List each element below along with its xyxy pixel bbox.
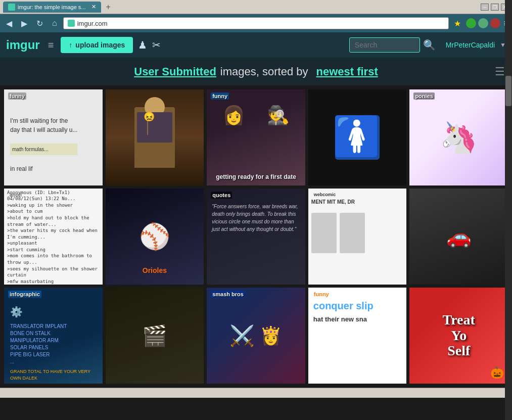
new-tab-button[interactable]: + bbox=[106, 3, 111, 12]
gallery-img-2: 😖 bbox=[106, 89, 204, 185]
user-nav-icon[interactable]: ♟ bbox=[138, 39, 147, 51]
imgur-toolbar: imgur ≡ ↑ upload images ♟ ✂ 🔍 MrPeterCap… bbox=[0, 32, 512, 58]
silhouette-figure: 🚺 bbox=[332, 114, 383, 161]
status-bar bbox=[0, 388, 512, 398]
gallery-img-3: funny getting ready for a first date 👩 🕵… bbox=[207, 89, 305, 185]
gallery-img-10: 🚗 bbox=[409, 189, 508, 285]
gallery-tag-6: anon bbox=[8, 192, 23, 198]
ext-icon-3[interactable] bbox=[490, 18, 500, 28]
gallery-item-5[interactable]: ponies 🦄 bbox=[409, 89, 508, 185]
treat-yo-self-text: TreatYoSelf bbox=[443, 312, 475, 359]
tab-favicon bbox=[8, 4, 15, 11]
figure-2: 😖 bbox=[134, 107, 175, 168]
scrollbar[interactable] bbox=[505, 0, 512, 398]
gallery-item-3[interactable]: funny getting ready for a first date 👩 🕵… bbox=[207, 89, 305, 185]
tab-title: imgur: the simple image s... bbox=[18, 4, 86, 10]
gallery-img-13: smash bros ⚔️ 👸 bbox=[207, 288, 305, 384]
forward-button[interactable]: ▶ bbox=[18, 18, 30, 29]
ext-icon-1[interactable] bbox=[466, 18, 476, 28]
gallery-item-4[interactable]: 🚺 bbox=[308, 89, 407, 185]
gallery-text-11: ⚙️ TRANSLATOR IMPLANTBONE ON STALKMANIPU… bbox=[10, 305, 97, 381]
hero-strip: User Submitted images, sorted by newest … bbox=[0, 58, 512, 85]
hamburger-menu[interactable]: ≡ bbox=[48, 39, 54, 51]
shuffle-icon[interactable]: ✂ bbox=[152, 39, 161, 51]
address-favicon bbox=[68, 20, 75, 27]
upload-button[interactable]: ↑ upload images bbox=[61, 37, 133, 53]
navigation-bar: ◀ ▶ ↻ ⌂ imgur.com ★ ≡ bbox=[0, 14, 512, 32]
reload-button[interactable]: ↻ bbox=[33, 18, 46, 29]
browser-tab[interactable]: imgur: the simple image s... ✕ bbox=[3, 2, 101, 13]
gallery-item-1-overlay: funny I'm still waiting for theday that … bbox=[4, 89, 103, 185]
hero-plain-text: images, sorted by bbox=[220, 65, 308, 78]
search-area: 🔍 bbox=[349, 37, 436, 53]
gallery-tag-14: funny bbox=[312, 291, 331, 298]
gallery-item-11[interactable]: infographic ⚙️ TRANSLATOR IMPLANTBONE ON… bbox=[4, 288, 103, 384]
gallery-img-12: 🎬 bbox=[106, 288, 204, 384]
orioles-text: Orioles bbox=[143, 266, 167, 274]
username[interactable]: MrPeterCapaldi bbox=[446, 41, 495, 49]
gallery-tag-3: funny bbox=[211, 92, 229, 100]
extension-icons bbox=[466, 18, 500, 28]
gallery-item-6[interactable]: anon Anonymous (ID: Lbn+Tx1) 04/08/12(Su… bbox=[4, 189, 103, 285]
gallery-tag-13: smash bros bbox=[211, 291, 245, 298]
minimize-button[interactable]: ─ bbox=[481, 4, 489, 11]
search-input[interactable] bbox=[349, 37, 420, 53]
gallery-item-8[interactable]: quotes "Force answers force, war breeds … bbox=[207, 189, 305, 285]
gallery-item-12[interactable]: 🎬 bbox=[106, 288, 204, 384]
gallery-img-9: webcomic MENT MIT ME, DR bbox=[308, 189, 407, 285]
back-button[interactable]: ◀ bbox=[3, 18, 15, 29]
search-icon[interactable]: 🔍 bbox=[423, 39, 436, 51]
gallery-item-13[interactable]: smash bros ⚔️ 👸 bbox=[207, 288, 305, 384]
image-gallery: funny I'm still waiting for theday that … bbox=[0, 85, 512, 388]
gallery-tag-5: ponies bbox=[413, 92, 434, 100]
address-bar[interactable]: imgur.com bbox=[63, 17, 449, 29]
gallery-item-14[interactable]: funny conquer slip hat their new sna bbox=[308, 288, 407, 384]
gallery-tag-8: quotes bbox=[211, 192, 232, 199]
tab-bar: imgur: the simple image s... ✕ + bbox=[3, 2, 111, 13]
tab-close[interactable]: ✕ bbox=[91, 4, 96, 10]
upload-icon: ↑ bbox=[69, 41, 72, 49]
gallery-text-9: MENT MIT ME, DR bbox=[308, 189, 407, 263]
gallery-item-15[interactable]: TreatYoSelf 🎃 bbox=[409, 288, 508, 384]
upload-label: upload images bbox=[75, 41, 125, 49]
gallery-item-11-overlay: infographic ⚙️ TRANSLATOR IMPLANTBONE ON… bbox=[4, 288, 103, 384]
gallery-item-7[interactable]: ⚾ Orioles bbox=[106, 189, 204, 285]
gallery-img-14: funny conquer slip hat their new sna bbox=[308, 288, 407, 384]
pony-emoji: 🦄 bbox=[440, 120, 478, 156]
ext-icon-2[interactable] bbox=[478, 18, 488, 28]
list-view-icon[interactable]: ☰ bbox=[495, 65, 505, 78]
gallery-item-1[interactable]: funny I'm still waiting for theday that … bbox=[4, 89, 103, 185]
gallery-item-2[interactable]: 😖 bbox=[106, 89, 204, 185]
restore-button[interactable]: ❐ bbox=[491, 4, 499, 11]
scrollbar-thumb[interactable] bbox=[505, 76, 511, 106]
baseball-icon: ⚾ bbox=[139, 222, 170, 251]
gallery-img-7: ⚾ Orioles bbox=[106, 189, 204, 285]
gallery-item-9[interactable]: webcomic MENT MIT ME, DR bbox=[308, 189, 407, 285]
gallery-tag-1: funny bbox=[8, 92, 26, 100]
gallery-img-4: 🚺 bbox=[308, 89, 407, 185]
gallery-img-8: quotes "Force answers force, war breeds … bbox=[207, 189, 305, 285]
home-button[interactable]: ⌂ bbox=[49, 18, 60, 29]
user-submitted-link[interactable]: User Submitted bbox=[134, 65, 216, 78]
url-text: imgur.com bbox=[77, 20, 108, 27]
window-chrome: imgur: the simple image s... ✕ + ─ ❐ ✕ bbox=[0, 0, 512, 14]
imgur-logo: imgur bbox=[6, 38, 40, 52]
newest-first-link[interactable]: newest first bbox=[316, 65, 378, 78]
gallery-text-3: getting ready for a first date bbox=[207, 173, 305, 180]
gallery-text-6: Anonymous (ID: Lbn+Tx1) 04/08/12(Sun) 13… bbox=[7, 190, 100, 285]
movie-icon: 🎬 bbox=[142, 324, 167, 348]
gallery-text-1: I'm still waiting for theday that I will… bbox=[10, 116, 77, 173]
gallery-item-6-overlay: anon Anonymous (ID: Lbn+Tx1) 04/08/12(Su… bbox=[4, 189, 103, 285]
gallery-item-10[interactable]: 🚗 bbox=[409, 189, 508, 285]
gallery-tag-11: infographic bbox=[8, 291, 41, 298]
gallery-img-5: 🦄 bbox=[409, 89, 508, 185]
car-icon: 🚗 bbox=[446, 225, 472, 249]
treat-yo-self-container: TreatYoSelf bbox=[443, 312, 475, 359]
gallery-figures-13: ⚔️ 👸 bbox=[207, 288, 305, 384]
gallery-img-15: TreatYoSelf 🎃 bbox=[409, 288, 508, 384]
bookmark-button[interactable]: ★ bbox=[454, 19, 461, 28]
pumpkin-icon: 🎃 bbox=[490, 366, 504, 380]
gallery-tag-9: webcomic bbox=[312, 192, 338, 198]
